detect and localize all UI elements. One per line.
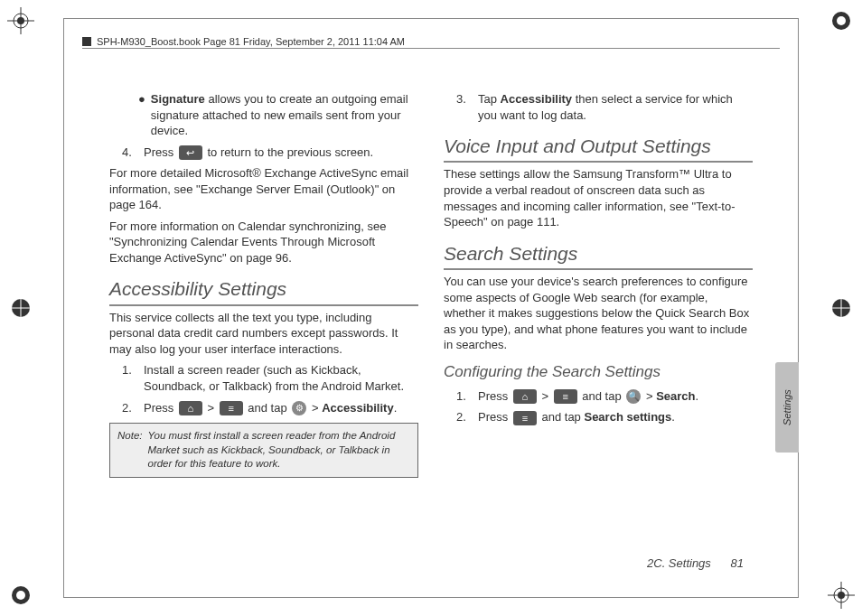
step4-text-a: Press [144, 145, 177, 159]
registration-mark-icon [7, 7, 34, 34]
footer-section: 2C. Settings [647, 556, 711, 570]
step-body: Press ↩ to return to the previous screen… [144, 145, 418, 161]
bullet-text: Signature allows you to create an outgoi… [151, 91, 418, 139]
step-number: 2. [122, 400, 138, 416]
step-number: 2. [456, 409, 473, 425]
step-body: Press ⌂ > ≡ and tap 🔍 > Search. [478, 388, 753, 405]
side-tab-label: Settings [782, 389, 792, 425]
registration-mark-icon [828, 7, 855, 34]
s1-gt2: > [646, 389, 656, 403]
heading-accessibility: Accessibility Settings [109, 276, 418, 305]
bullet-bold: Signature [151, 92, 205, 106]
bullet-dot-icon: ● [138, 91, 145, 139]
s1-bold: Search [656, 389, 695, 403]
acc2-gt2: > [312, 401, 322, 415]
acc2-b: and tap [248, 401, 290, 415]
subheading-config-search: Configuring the Search Settings [444, 362, 753, 383]
menu-key-icon: ≡ [513, 411, 537, 425]
heading-voice: Voice Input and Output Settings [444, 134, 753, 163]
s2-dot: . [671, 410, 675, 424]
s2-a: Press [478, 410, 511, 424]
settings-icon: ⚙ [292, 401, 306, 415]
s1-dot: . [696, 389, 699, 403]
registration-mark-icon [7, 294, 34, 322]
page-footer: 2C. Settings 81 [647, 556, 744, 570]
step-number: 1. [122, 362, 138, 394]
content-columns: ● Signature allows you to create an outg… [109, 91, 753, 534]
acc2-gt1: > [207, 401, 217, 415]
acc-step-2: 2. Press ⌂ > ≡ and tap ⚙ > Accessibility… [122, 400, 418, 416]
heading-search: Search Settings [444, 241, 753, 270]
step-body: Press ⌂ > ≡ and tap ⚙ > Accessibility. [144, 400, 418, 416]
paragraph-accessibility-intro: This service collects all the text you t… [109, 310, 418, 358]
svg-point-7 [16, 591, 25, 600]
note-body: You must first install a screen reader f… [148, 429, 411, 471]
step3-a: Tap [478, 92, 501, 106]
home-key-icon: ⌂ [513, 389, 537, 404]
step-number: 4. [122, 145, 138, 161]
menu-key-icon: ≡ [220, 401, 243, 415]
back-key-icon: ↩ [179, 145, 202, 160]
footer-page-number: 81 [731, 556, 744, 570]
menu-key-icon: ≡ [554, 389, 577, 404]
side-tab: Settings [775, 362, 799, 453]
home-key-icon: ⌂ [179, 401, 202, 415]
s1-b: and tap [582, 389, 624, 403]
page-frame: SPH-M930_Boost.book Page 81 Friday, Sept… [63, 18, 799, 598]
search-step-2: 2. Press ≡ and tap Search settings. [456, 409, 753, 425]
registration-mark-icon [7, 582, 34, 609]
acc-step-1: 1. Install a screen reader (such as Kick… [122, 362, 418, 394]
acc2-dot: . [394, 401, 398, 415]
step-4: 4. Press ↩ to return to the previous scr… [122, 145, 418, 161]
paragraph-exchange: For more detailed Microsoft® Exchange Ac… [109, 165, 418, 213]
step-number: 1. [456, 388, 473, 405]
s2-b: and tap [541, 410, 584, 424]
step-body: Press ≡ and tap Search settings. [478, 409, 753, 425]
header-swatch-icon [82, 37, 91, 46]
header-text: SPH-M930_Boost.book Page 81 Friday, Sept… [97, 36, 405, 47]
page-header: SPH-M930_Boost.book Page 81 Friday, Sept… [82, 35, 780, 49]
acc2-bold: Accessibility [322, 401, 394, 415]
step3-bold: Accessibility [501, 92, 573, 106]
s1-gt1: > [541, 389, 551, 403]
s2-bold: Search settings [584, 410, 671, 424]
registration-mark-icon [828, 582, 855, 609]
paragraph-voice: These settings allow the Samsung Transfo… [444, 166, 753, 229]
search-step-1: 1. Press ⌂ > ≡ and tap 🔍 > Search. [456, 388, 753, 405]
step-body: Install a screen reader (such as Kickbac… [144, 362, 418, 394]
bullet-signature: ● Signature allows you to create an outg… [138, 91, 418, 139]
note-box: Note: You must first install a screen re… [109, 423, 418, 478]
step-number: 3. [456, 91, 473, 123]
left-column: ● Signature allows you to create an outg… [109, 91, 418, 534]
acc-step-3: 3. Tap Accessibility then select a servi… [456, 91, 753, 123]
note-label: Note: [117, 429, 143, 471]
paragraph-calendar: For more information on Calendar synchro… [109, 219, 418, 266]
paragraph-search: You can use your device's search prefere… [444, 274, 753, 353]
s1-a: Press [478, 389, 511, 403]
search-icon: 🔍 [626, 389, 641, 404]
acc2-a: Press [144, 401, 177, 415]
step4-text-b: to return to the previous screen. [207, 145, 373, 159]
step-body: Tap Accessibility then select a service … [478, 91, 753, 123]
right-column: 3. Tap Accessibility then select a servi… [444, 91, 753, 534]
svg-point-5 [837, 16, 846, 25]
registration-mark-icon [828, 294, 855, 322]
